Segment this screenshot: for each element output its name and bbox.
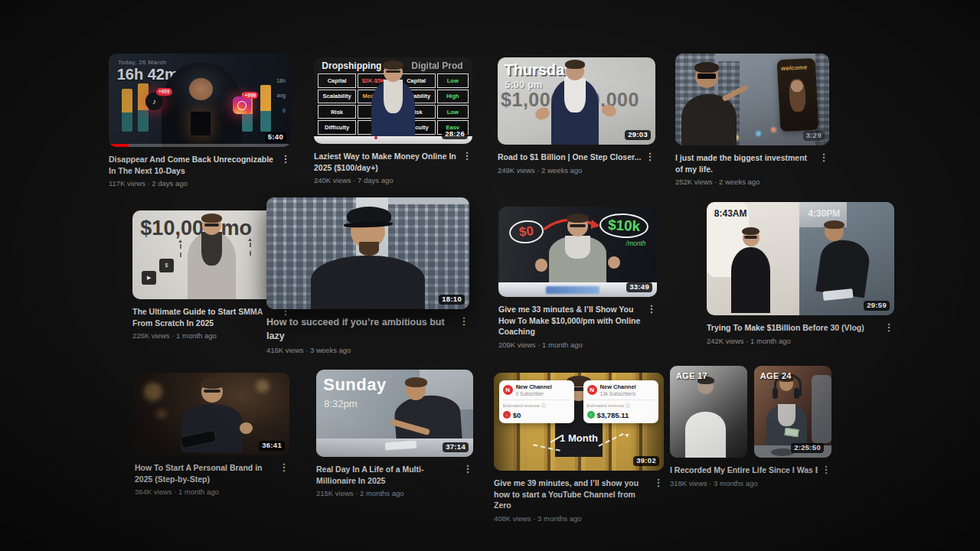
meta-separator: · <box>304 346 310 354</box>
more-options-button[interactable]: ⋮ <box>646 304 657 349</box>
upload-age: 1 month ago <box>176 331 217 340</box>
tiktok-icon: ♪ <box>145 93 164 110</box>
video-thumbnail[interactable]: 37:14 Sunday8:32pm <box>316 370 473 457</box>
video-card: 37:14 Sunday8:32pm Real Day In A Life of… <box>316 370 473 497</box>
video-title[interactable]: Trying To Make $1Billion Before 30 (Vlog… <box>707 322 880 334</box>
laptop <box>546 286 599 295</box>
trend-arrow-icon: ↑ <box>587 411 595 419</box>
person-hair <box>201 378 224 389</box>
revenue-label-row: Estimated revenueⓘ <box>587 403 655 409</box>
video-thumbnail[interactable]: 33:49 $0$10k/month <box>498 207 657 297</box>
headphone-pad <box>773 388 778 399</box>
video-title[interactable]: Give me 39 minutes, and I’ll show you ho… <box>494 478 650 511</box>
revenue-label: Estimated revenue <box>503 403 540 408</box>
meta-separator: · <box>354 489 360 497</box>
video-thumbnail[interactable]: 3:29 welcome <box>675 54 829 145</box>
watch-progress-bar <box>109 144 291 147</box>
video-thumbnail[interactable]: 29:03 $1,000,000,000Thursday5:00 pm <box>498 57 655 145</box>
person-shirt <box>201 232 222 266</box>
duration-badge: 5:40 <box>265 132 286 142</box>
more-options-button[interactable]: ⋮ <box>818 152 829 186</box>
view-count: 318K views <box>670 479 707 487</box>
channel-avatar: N <box>587 385 597 395</box>
phone <box>191 112 211 136</box>
meta-separator: · <box>170 331 176 340</box>
plane-seat <box>812 375 831 443</box>
video-title[interactable]: Real Day In A Life of a Multi-Millionair… <box>316 464 459 486</box>
afternoon-time-label: 4:30PM <box>808 209 840 220</box>
view-count: 364K views <box>135 487 172 496</box>
revenue-label: Estimated revenue <box>587 403 624 408</box>
cash <box>785 427 799 437</box>
channel-name: New Channel <box>600 383 636 390</box>
meta-separator: · <box>351 176 358 184</box>
more-options-button[interactable]: ⋮ <box>280 154 291 187</box>
video-title[interactable]: Laziest Way to Make Money Online In 2025… <box>314 151 459 173</box>
channel-names: New Channel13k Subscribers <box>600 383 636 397</box>
person-shirt <box>564 78 585 112</box>
row-value: Low <box>437 73 469 87</box>
upload-age: 2 weeks ago <box>541 166 582 174</box>
video-title[interactable]: How To Start A Personal Brand in 2025 (S… <box>135 462 276 484</box>
video-card: 3:29 welcome I just made the biggest inv… <box>675 54 829 186</box>
video-thumbnail[interactable]: 29:59 8:43AM4:30PM <box>707 202 894 315</box>
billboard-figure <box>789 79 806 112</box>
video-title[interactable]: The Ultimate Guide to Start SMMA From Sc… <box>132 306 277 328</box>
upload-age: 2 months ago <box>360 489 404 497</box>
meta-separator: · <box>531 514 537 523</box>
more-options-button[interactable]: ⋮ <box>459 316 469 354</box>
person-hair <box>383 60 403 70</box>
video-thumbnail[interactable]: 5:40 Today, 26 March16h 42m18havg0♪+999+… <box>109 54 291 147</box>
video-card: 29:59 8:43AM4:30PM Trying To Make $1Bill… <box>707 202 894 345</box>
more-options-button[interactable]: ⋮ <box>279 462 289 496</box>
video-meta: 416K views · 3 weeks ago <box>266 346 456 354</box>
video-title[interactable]: Disappear And Come Back Unrecognizable I… <box>109 154 277 176</box>
duration-caption: 1 Month <box>560 433 598 445</box>
video-title[interactable]: I Recorded My Entire Life Since I Was Br… <box>670 465 818 476</box>
meta-separator: · <box>535 166 541 174</box>
person-hair <box>694 62 720 73</box>
meta-separator: · <box>713 178 719 186</box>
upload-age: 2 weeks ago <box>719 178 760 186</box>
video-title[interactable]: How to succeed if you’re ambitious but l… <box>266 316 456 343</box>
billboard-text: welcome <box>781 64 807 72</box>
video-thumbnail[interactable]: 18:10 <box>266 197 469 309</box>
time-label: 8:32pm <box>324 399 357 410</box>
video-meta: 209K views · 1 month ago <box>498 341 643 349</box>
person-hair <box>824 220 844 230</box>
glasses-icon <box>386 70 400 73</box>
duration-badge: 39:02 <box>633 456 659 466</box>
screen-time-bar <box>260 85 271 132</box>
divider <box>503 399 571 400</box>
more-options-button[interactable]: ⋮ <box>884 322 894 345</box>
person-head <box>384 63 403 82</box>
more-options-button[interactable]: ⋮ <box>645 152 655 174</box>
from-amount: $0 <box>508 218 545 244</box>
video-card: 28:26 DropshippingDigital ProdCapital$2K… <box>314 57 472 184</box>
video-thumbnail[interactable]: 2:25:50 AGE 17AGE 24 <box>670 366 831 458</box>
meta-separator: · <box>172 487 178 496</box>
video-title[interactable]: I just made the biggest investment of my… <box>675 152 815 174</box>
upload-age: 3 months ago <box>537 514 582 523</box>
row-label: Risk <box>318 105 356 119</box>
duration-badge: 37:14 <box>443 442 469 452</box>
view-count: 252K views <box>675 178 713 186</box>
bokeh-light <box>256 380 270 393</box>
more-options-button[interactable]: ⋮ <box>462 151 472 184</box>
more-options-button[interactable]: ⋮ <box>821 465 831 487</box>
video-meta: 408K views · 3 months ago <box>494 514 650 523</box>
video-title[interactable]: Road to $1 Billion | One Step Closer... <box>498 152 642 163</box>
video-thumbnail[interactable]: 28:26 DropshippingDigital ProdCapital$2K… <box>314 57 472 144</box>
video-thumbnail[interactable]: 39:02 NNew Channel0 SubscriberEstimated … <box>494 373 664 471</box>
video-icon: ▶ <box>142 271 156 285</box>
video-thumbnail[interactable]: 36:41 <box>135 373 289 455</box>
more-options-button[interactable]: ⋮ <box>653 478 664 523</box>
notification-badge: +999 <box>243 92 259 99</box>
row-label: Scalability <box>318 90 356 103</box>
video-title[interactable]: Give me 33 minutes & I’ll Show You How T… <box>498 304 643 337</box>
trend-arrow-icon: ↓ <box>503 411 511 419</box>
person-body <box>311 256 424 309</box>
watch-progress-fill <box>109 144 129 147</box>
more-options-button[interactable]: ⋮ <box>462 464 473 497</box>
upload-age: 3 weeks ago <box>310 346 351 354</box>
